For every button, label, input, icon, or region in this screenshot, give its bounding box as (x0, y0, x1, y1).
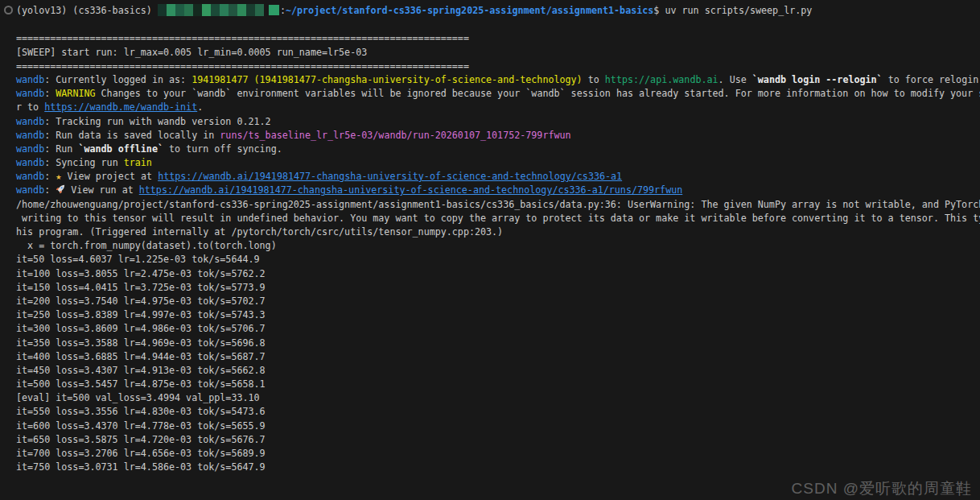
text-segment: wandb (16, 74, 44, 85)
terminal-line: r to https://wandb.me/wandb-init. (16, 101, 980, 114)
text-segment: Changes to your `wandb` environment vari… (96, 88, 980, 99)
text-segment: train (124, 157, 152, 168)
terminal-line: wandb: ★ View project at https://wandb.a… (16, 170, 980, 184)
text-segment: : Run (44, 143, 78, 155)
text-segment: wandb (16, 130, 44, 141)
star-icon: ★ (56, 171, 61, 182)
text-segment: ========================================… (16, 32, 469, 43)
terminal-line: it=650 loss=3.5875 lr=4.720e-03 tok/s=56… (16, 433, 980, 447)
text-segment: it=600 loss=3.4370 lr=4.778e-03 tok/s=56… (16, 420, 266, 432)
text-segment: : (280, 5, 286, 16)
text-segment: it=750 loss=3.0731 lr=4.586e-03 tok/s=56… (16, 461, 266, 473)
text-segment: it=200 loss=3.7540 lr=4.975e-03 tok/s=57… (16, 295, 266, 307)
terminal-line: wandb: Currently logged in as: 194198147… (16, 73, 980, 87)
text-segment: it=550 loss=3.3556 lr=4.830e-03 tok/s=54… (16, 406, 266, 417)
redaction-block (175, 4, 184, 16)
terminal-line: it=700 loss=3.2706 lr=4.656e-03 tok/s=56… (16, 447, 980, 461)
redaction-block (269, 5, 279, 15)
text-segment: wandb (16, 157, 44, 168)
text-segment: runs/ts_baseline_lr_lr5e-03/wandb/run-20… (220, 130, 570, 141)
text-segment: it=350 loss=3.3588 lr=4.969e-03 tok/s=56… (16, 337, 266, 349)
terminal-line: it=200 loss=3.7540 lr=4.975e-03 tok/s=57… (16, 295, 980, 308)
wandb-link[interactable]: https://wandb.me/wandb-init (44, 101, 197, 113)
terminal-line: it=100 loss=3.8055 lr=2.475e-03 tok/s=57… (16, 267, 980, 281)
text-segment: (yolov13) (cs336-basics) (16, 5, 158, 16)
redaction-block (220, 4, 229, 16)
terminal-line: it=550 loss=3.3556 lr=4.830e-03 tok/s=54… (16, 405, 980, 419)
redaction-block (193, 4, 202, 16)
text-segment: wandb (16, 171, 44, 182)
terminal-line: it=450 loss=3.4307 lr=4.913e-03 tok/s=56… (16, 364, 980, 378)
text-segment: his program. (Triggered internally at /p… (16, 226, 503, 238)
redaction-block (246, 4, 255, 16)
text-segment: writing to this tensor will result in un… (16, 213, 980, 224)
redaction-block (237, 4, 246, 16)
terminal-line: wandb: Run `wandb offline` to turn off s… (16, 143, 980, 156)
text-segment: it=300 loss=3.8609 lr=4.986e-03 tok/s=57… (16, 323, 266, 334)
terminal-line: x = torch.from_numpy(dataset).to(torch.l… (16, 239, 980, 253)
text-segment: : Currently logged in as: (44, 74, 191, 85)
text-segment: 1941981477 (1941981477-changsha-universi… (191, 74, 583, 85)
text-segment: [SWEEP] start run: lr_max=0.005 lr_min=0… (16, 47, 367, 58)
text-segment: it=50 loss=4.6037 lr=1.225e-03 tok/s=564… (16, 254, 260, 265)
text-segment: to (583, 74, 605, 85)
text-segment: it=450 loss=3.4307 lr=4.913e-03 tok/s=56… (16, 365, 266, 376)
text-segment: ========================================… (16, 60, 469, 72)
text-segment: to force relogin (883, 74, 979, 85)
text-segment: it=100 loss=3.8055 lr=2.475e-03 tok/s=57… (16, 268, 266, 279)
text-segment: it=650 loss=3.5875 lr=4.720e-03 tok/s=56… (16, 434, 266, 445)
terminal-line: wandb: WARNING Changes to your `wandb` e… (16, 87, 980, 101)
text-segment: : (44, 88, 56, 99)
text-segment: it=250 loss=3.8389 lr=4.997e-03 tok/s=57… (16, 309, 266, 320)
text-segment: wandb (16, 88, 44, 99)
text-segment: /home/zhouwenguang/project/stanford-cs33… (16, 199, 980, 210)
terminal-line: ========================================… (16, 60, 980, 73)
wandb-link[interactable]: https://wandb.ai/1941981477-changsha-uni… (139, 184, 683, 196)
text-segment: `wandb login --relogin` (752, 74, 883, 85)
terminal-line: it=500 loss=3.5457 lr=4.875e-03 tok/s=56… (16, 378, 980, 391)
text-segment: it=150 loss=4.0415 lr=3.725e-03 tok/s=57… (16, 282, 266, 293)
terminal-line: it=300 loss=3.8609 lr=4.986e-03 tok/s=57… (16, 322, 980, 336)
terminal-line: it=50 loss=4.6037 lr=1.225e-03 tok/s=564… (16, 253, 980, 267)
terminal-line: it=600 loss=3.4370 lr=4.778e-03 tok/s=56… (16, 419, 980, 433)
text-segment: to turn off syncing. (163, 143, 282, 155)
text-segment: https://api.wandb.ai (605, 74, 719, 85)
rocket-icon (56, 184, 65, 194)
text-segment: `wandb offline` (78, 143, 163, 155)
text-segment: wandb (16, 143, 44, 155)
terminal-output[interactable]: (yolov13) (cs336-basics) :~/project/stan… (0, 0, 980, 500)
redaction-block (202, 4, 211, 16)
text-segment: it=500 loss=3.5457 lr=4.875e-03 tok/s=56… (16, 378, 266, 390)
text-segment: : (44, 171, 56, 182)
terminal-line: (yolov13) (cs336-basics) :~/project/stan… (16, 4, 980, 18)
terminal-line: it=150 loss=4.0415 lr=3.725e-03 tok/s=57… (16, 281, 980, 295)
text-segment: . Use (719, 74, 752, 85)
text-segment: : Run data is saved locally in (44, 130, 220, 141)
wandb-link[interactable]: https://wandb.ai/1941981477-changsha-uni… (158, 171, 622, 182)
redaction-block (184, 4, 193, 16)
text-segment: View project at (62, 171, 159, 182)
text-segment: ~/project/stanford-cs336-spring2025-assi… (286, 5, 653, 16)
text-segment: it=700 loss=3.2706 lr=4.656e-03 tok/s=56… (16, 448, 266, 459)
terminal-line (16, 18, 980, 31)
redaction-block (211, 4, 220, 16)
text-segment: View run at (65, 184, 138, 196)
terminal-line: ========================================… (16, 31, 980, 45)
text-segment: it=400 loss=3.6885 lr=4.944e-03 tok/s=56… (16, 351, 266, 362)
terminal-line: it=350 loss=3.3588 lr=4.969e-03 tok/s=56… (16, 337, 980, 350)
redaction-block (167, 4, 175, 16)
watermark: CSDN @爱听歌的周童鞋 (792, 478, 972, 499)
text-segment: wandb (16, 116, 44, 127)
terminal-line: his program. (Triggered internally at /p… (16, 225, 980, 239)
terminal-line: it=400 loss=3.6885 lr=4.944e-03 tok/s=56… (16, 350, 980, 364)
terminal-line: it=250 loss=3.8389 lr=4.997e-03 tok/s=57… (16, 308, 980, 322)
text-segment: [eval] it=500 val_loss=3.4994 val_ppl=33… (16, 392, 260, 403)
text-segment: WARNING (56, 88, 95, 99)
text-segment: : (44, 184, 56, 196)
terminal-line: /home/zhouwenguang/project/stanford-cs33… (16, 198, 980, 212)
text-segment: : Tracking run with wandb version 0.21.2 (44, 116, 270, 127)
text-segment: x = torch.from_numpy(dataset).to(torch.l… (16, 240, 277, 251)
text-segment: $ uv run scripts/sweep_lr.py (653, 5, 812, 16)
terminal-line: wandb: Run data is saved locally in runs… (16, 129, 980, 143)
terminal-line: wandb: Tracking run with wandb version 0… (16, 115, 980, 129)
